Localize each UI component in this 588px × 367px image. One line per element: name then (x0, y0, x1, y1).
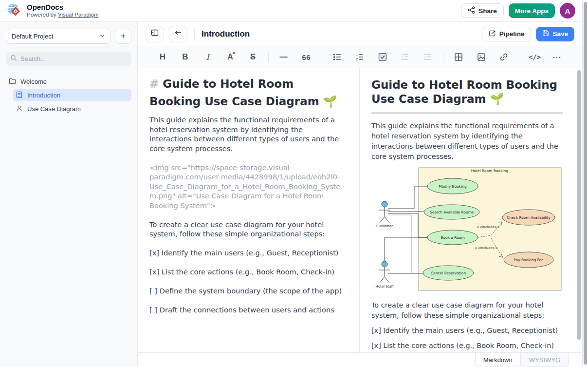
blockquote-icon[interactable]: 66 (299, 50, 313, 64)
powered-by: Powered by Visual Paradigm (27, 11, 98, 18)
pipeline-button[interactable]: Pipeline (482, 27, 532, 41)
chevron-down-icon (99, 33, 105, 40)
opendocs-logo-icon (6, 1, 22, 20)
document-icon (16, 91, 23, 100)
search-input[interactable] (20, 55, 127, 62)
page-title: Introduction (202, 29, 250, 39)
preview-task-line: [x] Identify the main users (e.g., Guest… (371, 326, 563, 336)
folder-icon (9, 77, 16, 86)
md-img-tag: <img src="https://space-storage.visual-p… (149, 163, 347, 211)
code-icon[interactable]: </> (528, 50, 542, 64)
pipeline-icon (489, 30, 496, 39)
svg-text:Check Room Availability: Check Room Availability (507, 215, 551, 220)
preview-paragraph: This guide explains the functional requi… (371, 121, 563, 162)
include-label: <<Include>> (475, 246, 498, 250)
svg-text:Customer: Customer (376, 224, 393, 228)
preview-scrollbar[interactable] (577, 70, 581, 340)
use-case-diagram-image: Hotel Room Booking (371, 167, 563, 294)
sidebar: Default Project + Welcome (0, 22, 138, 367)
tab-markdown[interactable]: Markdown (475, 353, 521, 367)
share-icon (468, 6, 475, 15)
tree-item-welcome[interactable]: Welcome (6, 76, 131, 88)
svg-text:2: 2 (356, 58, 358, 61)
link-icon[interactable] (496, 50, 511, 64)
preview-heading: Guide to Hotel Room Booking Use Case Dia… (371, 78, 563, 114)
markdown-editor-pane[interactable]: #Guide to Hotel Room Booking Use Case Di… (138, 68, 359, 352)
include-label: <<Include>> (477, 225, 500, 229)
top-bar: OpenDocs Powered by Visual Paradigm Shar… (0, 0, 582, 22)
text-color-icon[interactable]: A (223, 50, 238, 64)
heading-icon[interactable]: H (155, 50, 170, 64)
md-paragraph: To create a clear use case diagram for y… (149, 220, 347, 239)
project-selector[interactable]: Default Project (6, 29, 111, 44)
document-header: Introduction Pipeline Save (138, 22, 582, 46)
panel-collapse-icon (151, 29, 159, 39)
table-icon[interactable] (451, 50, 466, 64)
scrollbar-thumb[interactable] (584, 2, 587, 365)
add-project-button[interactable]: + (115, 29, 131, 44)
divider (322, 52, 322, 62)
divider (268, 52, 269, 62)
preview-task-line: [x] List the core actions (e.g., Book Ro… (371, 341, 563, 351)
svg-text:1: 1 (356, 53, 358, 57)
toggle-sidebar-button[interactable] (146, 26, 164, 42)
horizontal-rule-icon[interactable]: — (276, 50, 291, 64)
divider (443, 52, 443, 62)
ordered-list-icon[interactable]: 12 (352, 50, 367, 64)
tab-wysiwyg[interactable]: WYSIWYG (521, 353, 569, 367)
divider (519, 52, 519, 62)
bullet-list-icon[interactable] (330, 50, 345, 64)
tree-item-use-case-diagram[interactable]: Use Case Diagram (13, 103, 131, 115)
preview-pane[interactable]: Guide to Hotel Room Booking Use Case Dia… (360, 68, 582, 352)
md-paragraph: This guide explains the functional requi… (149, 115, 347, 153)
back-button[interactable] (169, 26, 187, 42)
strikethrough-icon[interactable]: S (245, 50, 260, 64)
md-task-line: [ ] Draft the connections between users … (149, 305, 347, 315)
more-options-icon[interactable]: ··· (550, 50, 565, 64)
outdent-icon[interactable] (420, 50, 435, 64)
task-list-icon[interactable] (375, 50, 390, 64)
arrow-left-icon (174, 29, 182, 39)
svg-text:Pay Booking Fee: Pay Booking Fee (514, 258, 544, 262)
search-icon (10, 55, 17, 63)
md-task-line: [ ] Define the system boundary (the scop… (149, 286, 347, 296)
window-scrollbar[interactable] (582, 0, 588, 367)
md-task-line: [x] Identify the main users (e.g., Guest… (149, 248, 347, 258)
md-heading: #Guide to Hotel Room Booking Use Case Di… (149, 75, 347, 110)
svg-text:Search Available Rooms: Search Available Rooms (430, 210, 474, 214)
svg-text:Hotel Room Booking: Hotel Room Booking (471, 169, 508, 173)
image-icon[interactable] (474, 50, 489, 64)
svg-text:Cancel Reservation: Cancel Reservation (431, 271, 466, 275)
person-icon (16, 105, 23, 114)
document-tree: Welcome Introduction Use Case Diagram (6, 76, 131, 115)
more-apps-button[interactable]: More Apps (509, 3, 555, 18)
visual-paradigm-link[interactable]: Visual Paradigm (58, 12, 99, 18)
user-avatar[interactable]: A (560, 3, 575, 19)
bold-icon[interactable]: B (178, 50, 192, 64)
app-title: OpenDocs (27, 3, 98, 11)
svg-text:Book a Room: Book a Room (441, 235, 464, 240)
formatting-toolbar: H B I A S — 66 12 (138, 46, 582, 68)
status-bar: Markdown WYSIWYG (138, 352, 582, 367)
tree-item-introduction[interactable]: Introduction (13, 89, 131, 101)
divider (194, 28, 195, 40)
search-box[interactable] (6, 52, 131, 66)
preview-paragraph: To create a clear use case diagram for y… (371, 300, 563, 321)
brand: OpenDocs Powered by Visual Paradigm (6, 1, 98, 20)
svg-text:Modify Booking: Modify Booking (439, 184, 467, 189)
md-task-line: [x] List the core actions (e.g., Book Ro… (149, 267, 347, 277)
svg-text:Hotel Staff: Hotel Staff (375, 285, 393, 289)
save-icon (542, 30, 549, 38)
italic-icon[interactable]: I (201, 50, 215, 64)
indent-icon[interactable] (398, 50, 412, 64)
share-button[interactable]: Share (461, 3, 504, 18)
save-button[interactable]: Save (536, 27, 574, 41)
